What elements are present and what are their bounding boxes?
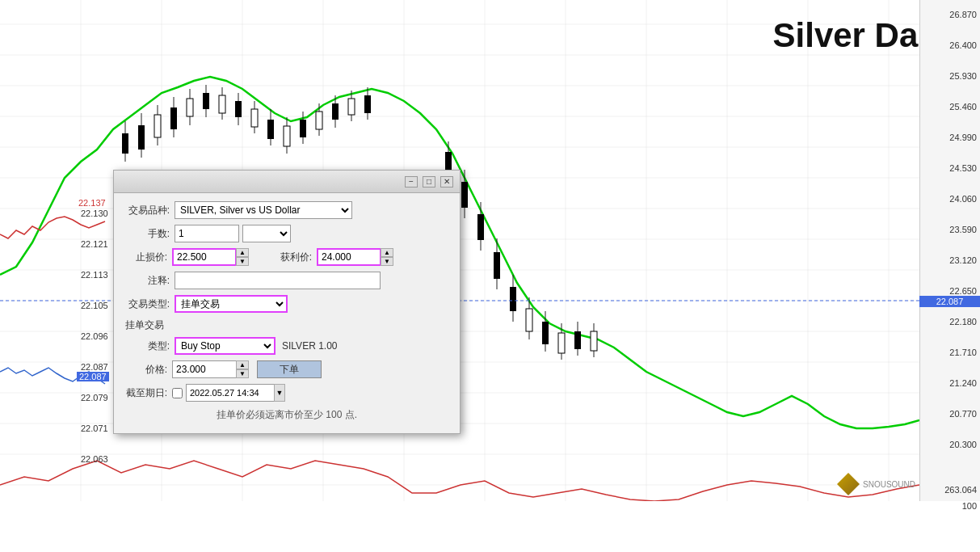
takeprofit-down[interactable]: ▼	[381, 257, 393, 266]
warning-text: 挂单价必须远离市价至少 100 点.	[125, 408, 448, 422]
stoploss-wrapper: ▲ ▼	[172, 248, 249, 266]
silver-info: SILVER 1.00	[282, 340, 337, 352]
svg-rect-68	[510, 287, 516, 311]
order-dialog: − □ ✕ 交易品种: SILVER, Silver vs US Dollar …	[113, 170, 461, 434]
price-label-2: 26.400	[949, 40, 977, 50]
order-button[interactable]: 下单	[257, 360, 322, 378]
takeprofit-group: 获利价: ▲ ▼	[270, 248, 393, 266]
price-label-100: 100	[962, 501, 977, 511]
tradetype-label: 交易类型:	[125, 297, 170, 311]
type-row: 类型: Buy Stop Sell Stop Buy Limit Sell Li…	[125, 337, 448, 355]
svg-rect-72	[542, 322, 549, 344]
price-label-10: 22.650	[949, 286, 977, 296]
lots-select[interactable]	[242, 225, 291, 242]
tradetype-select[interactable]: 挂单交易 即时交易	[175, 295, 288, 313]
logo-icon	[837, 473, 860, 495]
price-label-14: 20.770	[949, 409, 977, 419]
logo-text: SNOUSOUND	[863, 480, 915, 489]
left-axis-5: 22.096	[81, 331, 108, 341]
takeprofit-input[interactable]	[317, 248, 381, 266]
left-axis-3: 22.113	[81, 270, 108, 280]
sl-tp-section: 止损价: ▲ ▼ 获利价: ▲ ▼	[125, 248, 448, 266]
stoploss-input[interactable]	[172, 248, 237, 266]
lots-row: 手数:	[125, 225, 448, 242]
price-label-16: 263.064	[944, 485, 977, 495]
expiry-label: 截至期日:	[125, 386, 167, 400]
svg-rect-40	[219, 95, 225, 113]
svg-rect-42	[235, 101, 242, 117]
left-price-tag-2: 22.087	[77, 372, 109, 381]
comment-label: 注释:	[125, 274, 170, 288]
price-field-label: 价格:	[125, 363, 167, 377]
stoploss-up[interactable]: ▲	[236, 248, 249, 257]
svg-rect-36	[187, 99, 193, 116]
minimize-button[interactable]: −	[405, 176, 418, 188]
comment-row: 注释:	[125, 272, 448, 289]
tradetype-row: 交易类型: 挂单交易 即时交易	[125, 295, 448, 313]
svg-rect-44	[251, 109, 258, 127]
svg-rect-64	[477, 214, 484, 240]
svg-rect-76	[574, 331, 581, 349]
stoploss-spinners: ▲ ▼	[236, 248, 249, 266]
svg-rect-50	[300, 120, 306, 137]
lots-input[interactable]	[175, 225, 239, 242]
svg-rect-48	[284, 126, 290, 146]
price-label-3: 25.930	[949, 71, 977, 81]
price-label-1: 26.870	[949, 10, 977, 19]
instrument-label: 交易品种:	[125, 204, 170, 217]
price-label-12: 21.710	[949, 348, 977, 357]
stoploss-group: 止损价: ▲ ▼	[125, 248, 249, 266]
left-price-tag-1: 22.137	[77, 198, 107, 208]
svg-rect-54	[332, 103, 339, 120]
lots-label: 手数:	[125, 227, 170, 241]
stoploss-down[interactable]: ▼	[236, 257, 249, 266]
price-label-9: 23.120	[949, 255, 977, 265]
instrument-select[interactable]: SILVER, Silver vs US Dollar	[175, 201, 352, 219]
svg-rect-28	[122, 133, 128, 154]
type-select[interactable]: Buy Stop Sell Stop Buy Limit Sell Limit	[175, 337, 275, 355]
price-label-4: 25.460	[949, 102, 977, 112]
left-axis-7: 22.079	[81, 393, 108, 402]
left-axis-6: 22.087	[81, 362, 108, 372]
left-axis-1: 22.130	[81, 209, 108, 218]
svg-rect-58	[364, 95, 371, 113]
price-label-6: 24.530	[949, 163, 977, 173]
svg-rect-38	[203, 93, 209, 109]
price-spinners: ▲ ▼	[236, 360, 249, 378]
instrument-row: 交易品种: SILVER, Silver vs US Dollar	[125, 201, 448, 219]
takeprofit-wrapper: ▲ ▼	[317, 248, 393, 266]
price-label-8: 23.590	[949, 225, 977, 234]
price-label-15: 20.300	[949, 440, 977, 449]
price-axis: 26.870 26.400 25.930 25.460 24.990 24.53…	[919, 0, 980, 501]
price-label-7: 24.060	[949, 194, 977, 204]
price-down[interactable]: ▼	[236, 369, 249, 378]
logo-area: SNOUSOUND	[837, 473, 915, 495]
svg-rect-34	[170, 107, 177, 129]
price-label-13: 21.240	[949, 378, 977, 388]
left-axis-2: 22.121	[81, 239, 108, 249]
comment-input[interactable]	[175, 272, 381, 289]
price-up[interactable]: ▲	[236, 360, 249, 369]
expiry-checkbox[interactable]	[172, 388, 183, 398]
svg-rect-56	[348, 99, 355, 115]
close-button[interactable]: ✕	[440, 176, 453, 188]
restore-button[interactable]: □	[423, 176, 435, 188]
takeprofit-up[interactable]: ▲	[381, 248, 393, 257]
svg-rect-46	[267, 120, 274, 139]
expiry-dropdown-btn[interactable]: ▼	[274, 384, 285, 402]
left-axis-4: 22.105	[81, 301, 108, 310]
price-input[interactable]	[172, 360, 237, 378]
svg-rect-74	[558, 333, 565, 353]
pending-section-label: 挂单交易	[125, 318, 448, 332]
svg-rect-30	[138, 125, 145, 150]
expiry-date-input[interactable]	[186, 384, 275, 402]
svg-rect-66	[494, 252, 500, 279]
svg-rect-62	[461, 182, 468, 208]
type-label: 类型:	[125, 339, 170, 353]
takeprofit-label: 获利价:	[270, 251, 312, 264]
left-axis-8: 22.071	[81, 423, 108, 433]
titlebar-controls: − □ ✕	[405, 176, 453, 188]
price-label-11: 22.180	[949, 317, 977, 327]
takeprofit-spinners: ▲ ▼	[381, 248, 393, 266]
price-row: 价格: ▲ ▼ 下单	[125, 360, 448, 378]
